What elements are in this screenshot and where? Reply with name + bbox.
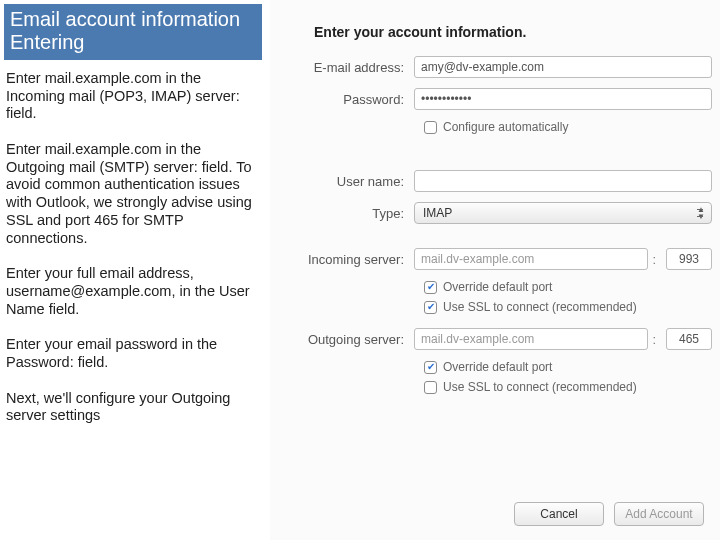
port-separator: : xyxy=(652,252,656,267)
incoming-server-field[interactable]: mail.dv-example.com xyxy=(414,248,648,270)
port-separator-2: : xyxy=(652,332,656,347)
password-label: Password: xyxy=(274,92,414,107)
dialog-heading: Enter your account information. xyxy=(314,24,712,40)
cancel-button[interactable]: Cancel xyxy=(514,502,604,526)
configure-auto-label: Configure automatically xyxy=(443,120,568,134)
instruction-2: Enter mail.example.com in the Outgoing m… xyxy=(6,141,262,247)
slide-title: Email account information Entering xyxy=(4,4,262,60)
instructions-panel: Email account information Entering Enter… xyxy=(0,0,270,540)
instruction-3: Enter your full email address, username@… xyxy=(6,265,262,318)
outgoing-port-field[interactable]: 465 xyxy=(666,328,712,350)
updown-icon: ▲▼ xyxy=(697,206,705,220)
instruction-4: Enter your email password in the Passwor… xyxy=(6,336,262,371)
outgoing-server-field[interactable]: mail.dv-example.com xyxy=(414,328,648,350)
configure-auto-checkbox[interactable] xyxy=(424,121,437,134)
type-label: Type: xyxy=(274,206,414,221)
incoming-override-checkbox[interactable] xyxy=(424,281,437,294)
instruction-5: Next, we'll configure your Outgoing serv… xyxy=(6,390,262,425)
outgoing-ssl-label: Use SSL to connect (recommended) xyxy=(443,380,637,394)
incoming-ssl-checkbox[interactable] xyxy=(424,301,437,314)
email-field[interactable]: amy@dv-example.com xyxy=(414,56,712,78)
account-dialog: Enter your account information. E-mail a… xyxy=(270,0,720,540)
type-select[interactable]: IMAP ▲▼ xyxy=(414,202,712,224)
outgoing-override-label: Override default port xyxy=(443,360,552,374)
password-field[interactable]: •••••••••••• xyxy=(414,88,712,110)
username-label: User name: xyxy=(274,174,414,189)
outgoing-override-checkbox[interactable] xyxy=(424,361,437,374)
username-field[interactable] xyxy=(414,170,712,192)
instruction-1: Enter mail.example.com in the Incoming m… xyxy=(6,70,262,123)
outgoing-label: Outgoing server: xyxy=(274,332,414,347)
incoming-port-field[interactable]: 993 xyxy=(666,248,712,270)
outgoing-ssl-checkbox[interactable] xyxy=(424,381,437,394)
incoming-override-label: Override default port xyxy=(443,280,552,294)
incoming-label: Incoming server: xyxy=(274,252,414,267)
add-account-button[interactable]: Add Account xyxy=(614,502,704,526)
incoming-ssl-label: Use SSL to connect (recommended) xyxy=(443,300,637,314)
type-value: IMAP xyxy=(423,206,452,220)
email-label: E-mail address: xyxy=(274,60,414,75)
